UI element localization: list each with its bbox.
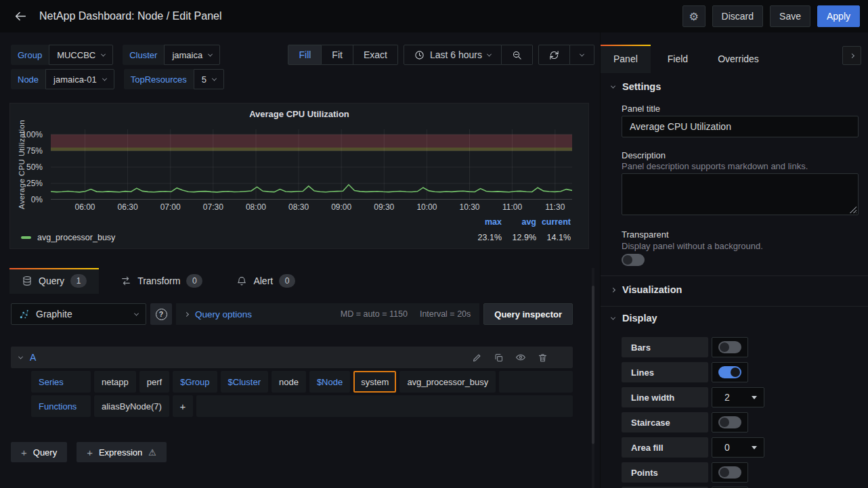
gear-icon: ⚙	[689, 10, 698, 23]
tab-transform[interactable]: Transform 0	[108, 268, 215, 294]
chevron-down-icon	[611, 83, 615, 88]
x-tick-label: 06:00	[74, 202, 95, 212]
settings-section-header[interactable]: Settings	[611, 81, 661, 92]
variable-group-value[interactable]: MUCCBC	[49, 45, 113, 65]
discard-button[interactable]: Discard	[712, 5, 763, 27]
query-scrollbar[interactable]	[592, 268, 594, 488]
plus-icon: +	[87, 447, 93, 458]
chart-plot-area[interactable]	[51, 129, 572, 200]
chevron-down-icon	[101, 51, 106, 56]
section-divider	[601, 306, 868, 307]
y-tick-label: 50%	[26, 162, 43, 172]
plus-icon: +	[21, 447, 27, 458]
points-toggle[interactable]	[718, 466, 741, 479]
area-fill-select[interactable]: 0	[712, 437, 764, 458]
chevron-right-icon	[611, 287, 615, 292]
function-aliasbynode[interactable]: aliasByNode(7)	[94, 395, 169, 417]
time-range-picker[interactable]: Last 6 hours	[404, 45, 502, 65]
series-name[interactable]: avg_processor_busy	[37, 233, 115, 242]
chart-svg	[51, 129, 572, 200]
add-function-button[interactable]: +	[173, 395, 193, 417]
query-options-bar[interactable]: Query options MD = auto = 1150 Interval …	[176, 303, 479, 325]
bars-toggle[interactable]	[718, 341, 741, 353]
chevron-down-icon	[611, 315, 615, 319]
y-tick-label: 75%	[26, 146, 43, 156]
datasource-picker[interactable]: Graphite	[11, 303, 146, 325]
add-expression-button[interactable]: + Expression ⚠	[77, 442, 167, 462]
segment-system-highlighted[interactable]: system	[353, 371, 396, 393]
zoom-out-time-button[interactable]	[502, 45, 533, 65]
lines-toggle[interactable]	[718, 366, 741, 378]
duplicate-query-icon[interactable]	[494, 353, 504, 363]
save-button[interactable]: Save	[770, 5, 810, 27]
display-section-header[interactable]: Display	[611, 313, 657, 324]
query-options-label[interactable]: Query options	[195, 309, 252, 319]
variable-cluster: Cluster jamaica	[123, 45, 220, 65]
graphite-datasource-icon	[19, 309, 30, 319]
tab-query[interactable]: Query 1	[9, 268, 99, 294]
series-color-swatch[interactable]	[21, 236, 31, 239]
bars-toggle-box	[712, 337, 748, 357]
tab-panel[interactable]: Panel	[601, 45, 651, 73]
segment-add-placeholder[interactable]	[499, 371, 573, 393]
segment-node-var[interactable]: $Node	[309, 371, 350, 393]
query-inspector-button[interactable]: Query inspector	[483, 303, 573, 325]
stat-current-value: 14.1%	[536, 233, 571, 242]
drag-handle-icon[interactable]	[559, 353, 565, 362]
fit-mode-button[interactable]: Fit	[322, 45, 353, 65]
functions-label[interactable]: Functions	[31, 395, 91, 417]
legend-header-max[interactable]: max	[467, 217, 502, 227]
panel-title-input[interactable]	[622, 116, 859, 137]
segment-node[interactable]: node	[272, 371, 306, 393]
variable-cluster-label: Cluster	[123, 45, 164, 65]
query-row-header[interactable]: A	[11, 347, 573, 368]
functions-segment-row: Functions aliasByNode(7) +	[31, 395, 573, 417]
tab-alert[interactable]: Alert 0	[224, 268, 307, 294]
delete-query-icon[interactable]	[538, 353, 548, 363]
apply-button[interactable]: Apply	[817, 5, 860, 27]
clock-icon	[414, 50, 425, 60]
chevron-down-icon	[134, 311, 139, 315]
transform-count-badge: 0	[186, 274, 202, 288]
collapse-sidebar-button[interactable]	[842, 46, 861, 65]
segment-avg-processor-busy[interactable]: avg_processor_busy	[399, 371, 496, 393]
edit-panel-main: Group MUCCBC Cluster jamaica Node jamaic…	[0, 32, 600, 488]
description-textarea[interactable]	[622, 173, 859, 215]
variable-node: Node jamaica-01	[11, 69, 114, 89]
series-label[interactable]: Series	[31, 371, 91, 393]
transparent-toggle[interactable]	[622, 254, 645, 266]
tab-overrides[interactable]: Overrides	[705, 45, 772, 73]
variable-node-value[interactable]: jamaica-01	[45, 69, 114, 89]
datasource-help-button[interactable]: ?	[150, 303, 172, 325]
segment-cluster-var[interactable]: $Cluster	[221, 371, 268, 393]
hide-query-icon[interactable]	[515, 352, 526, 363]
tab-field[interactable]: Field	[655, 45, 701, 73]
transparent-hint: Display panel without a background.	[622, 241, 763, 251]
edit-query-icon[interactable]	[472, 353, 482, 363]
segment-group-var[interactable]: $Group	[173, 371, 217, 393]
chevron-down-icon	[580, 51, 584, 56]
refresh-button[interactable]	[538, 45, 570, 65]
legend-header-current[interactable]: current	[536, 217, 571, 227]
sidebar-tabs: Panel Field Overrides	[601, 45, 776, 73]
chevron-down-icon	[102, 76, 107, 81]
x-tick-label: 11:30	[545, 202, 565, 212]
visualization-section-header[interactable]: Visualization	[611, 284, 682, 295]
staircase-toggle[interactable]	[718, 416, 741, 428]
segment-perf[interactable]: perf	[139, 371, 169, 393]
add-query-button[interactable]: + Query	[11, 442, 67, 462]
dashboard-settings-button[interactable]: ⚙	[682, 5, 706, 27]
fill-mode-button[interactable]: Fill	[288, 45, 322, 65]
line-width-select[interactable]: 2	[712, 387, 764, 407]
exact-mode-button[interactable]: Exact	[353, 45, 398, 65]
page-title: NetApp Dashboard: Node / Edit Panel	[39, 10, 222, 22]
variable-cluster-value[interactable]: jamaica	[164, 45, 220, 65]
legend-header-avg[interactable]: avg	[502, 217, 536, 227]
refresh-group	[538, 45, 594, 65]
variable-topresources-value[interactable]: 5	[194, 69, 224, 89]
functions-placeholder	[196, 395, 573, 417]
back-arrow-icon[interactable]	[8, 4, 32, 28]
segment-netapp[interactable]: netapp	[94, 371, 136, 393]
resize-handle-icon[interactable]	[849, 206, 856, 213]
refresh-interval-dropdown[interactable]	[570, 45, 594, 65]
